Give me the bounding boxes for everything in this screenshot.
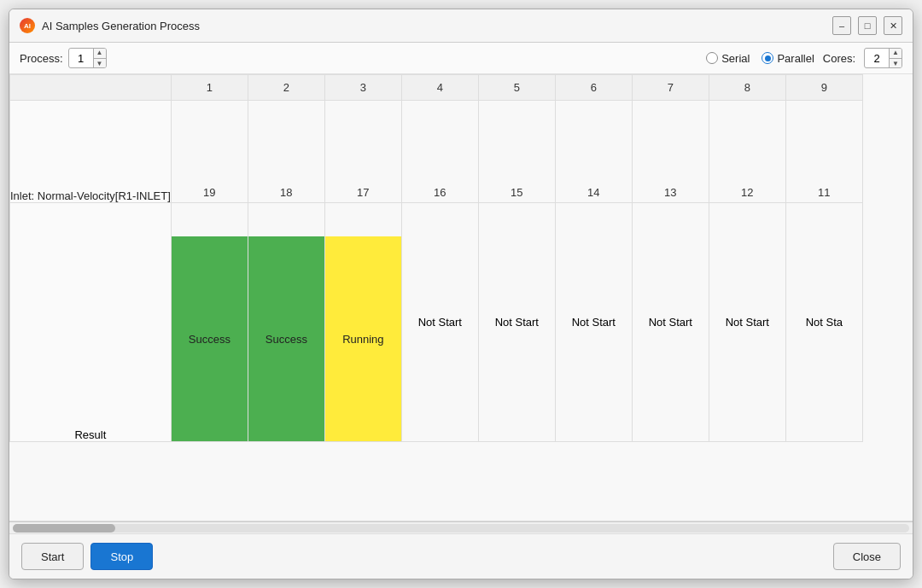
cores-spin-up[interactable]: ▲ (890, 48, 902, 59)
result-status-2: Success (266, 333, 307, 346)
result-bar-wrapper-2: Success (248, 203, 324, 441)
process-spin-down[interactable]: ▼ (94, 59, 106, 69)
scrollbar-thumb[interactable] (13, 524, 115, 533)
result-status-8: Not Start (726, 316, 769, 329)
stop-button[interactable]: Stop (90, 543, 153, 570)
cores-label: Cores: (823, 52, 855, 65)
inlet-cell-5: 15 (478, 101, 555, 203)
inlet-cell-7: 13 (632, 101, 709, 203)
col-header-2: 2 (248, 75, 324, 101)
horizontal-scrollbar[interactable] (9, 521, 913, 533)
parallel-radio-circle (762, 52, 773, 64)
result-row: Result Success (10, 203, 863, 442)
scrollbar-track[interactable] (13, 524, 909, 533)
result-cell-6: Not Start (555, 203, 632, 442)
inlet-cell-6: 14 (555, 101, 632, 203)
parallel-radio[interactable]: Parallel (762, 52, 814, 65)
window-title: AI Samples Generation Process (42, 20, 200, 32)
result-cell-3: Running (324, 203, 401, 442)
serial-label: Serial (721, 52, 750, 65)
col-header-9: 9 (785, 75, 862, 101)
result-status-7: Not Start (649, 316, 692, 329)
col-header-empty (10, 75, 172, 101)
result-cell-2: Success (248, 203, 324, 442)
inlet-cell-1: 19 (171, 101, 248, 203)
result-bar-3: Running (325, 236, 401, 441)
col-header-6: 6 (555, 75, 632, 101)
maximize-button[interactable]: □ (858, 16, 877, 35)
result-cell-8: Not Start (709, 203, 785, 442)
result-row-label: Result (10, 203, 172, 442)
result-status-5: Not Start (495, 316, 539, 329)
result-status-1: Success (189, 333, 230, 346)
app-icon: AI (20, 18, 35, 33)
inlet-row: Inlet: Normal-Velocity[R1-INLET] 19 18 1… (10, 101, 863, 203)
parallel-radio-dot (765, 55, 771, 61)
main-window: AI AI Samples Generation Process – □ ✕ P… (9, 9, 913, 579)
inlet-cell-9: 11 (785, 101, 862, 203)
footer: Start Stop Close (9, 533, 913, 579)
inlet-cell-8: 12 (709, 101, 785, 203)
process-spinbox[interactable]: ▲ ▼ (68, 48, 107, 68)
result-bar-2: Success (248, 236, 324, 441)
title-bar-left: AI AI Samples Generation Process (20, 18, 200, 33)
minimize-button[interactable]: – (832, 16, 851, 35)
serial-radio-circle (706, 52, 718, 64)
result-status-4: Not Start (418, 316, 462, 329)
start-button[interactable]: Start (21, 543, 84, 570)
cores-spinbox-arrows: ▲ ▼ (889, 48, 902, 68)
process-input[interactable] (69, 49, 93, 67)
footer-left: Start Stop (21, 543, 153, 570)
main-content: 1 2 3 4 5 6 7 8 9 Inlet: Normal-Velocity… (9, 74, 913, 521)
col-header-3: 3 (324, 75, 401, 101)
result-cell-1: Success (171, 203, 248, 442)
cores-spin-down[interactable]: ▼ (890, 59, 902, 69)
result-status-6: Not Start (572, 316, 616, 329)
col-header-8: 8 (709, 75, 785, 101)
col-header-1: 1 (171, 75, 248, 101)
process-label: Process: (20, 52, 63, 65)
toolbar-left: Process: ▲ ▼ (20, 48, 107, 68)
inlet-row-label: Inlet: Normal-Velocity[R1-INLET] (10, 101, 172, 203)
process-spinbox-arrows: ▲ ▼ (93, 48, 106, 68)
process-spin-up[interactable]: ▲ (94, 48, 106, 59)
result-status-3: Running (342, 333, 383, 346)
col-header-row: 1 2 3 4 5 6 7 8 9 (10, 75, 863, 101)
col-header-7: 7 (632, 75, 709, 101)
parallel-label: Parallel (777, 52, 814, 65)
result-bar-1: Success (172, 236, 248, 441)
serial-radio[interactable]: Serial (706, 52, 750, 65)
result-cell-9: Not Sta (785, 203, 862, 442)
result-cell-7: Not Start (632, 203, 709, 442)
mode-radio-group: Serial Parallel (706, 52, 814, 65)
cores-input[interactable] (865, 49, 889, 67)
result-bar-wrapper-3: Running (325, 203, 401, 441)
close-window-button[interactable]: ✕ (884, 16, 902, 35)
inlet-cell-4: 16 (401, 101, 478, 203)
col-header-5: 5 (478, 75, 555, 101)
toolbar: Process: ▲ ▼ Serial Parallel (9, 43, 913, 74)
inlet-cell-3: 17 (324, 101, 401, 203)
cores-spinbox[interactable]: ▲ ▼ (864, 48, 902, 68)
title-bar: AI AI Samples Generation Process – □ ✕ (9, 9, 913, 43)
close-button[interactable]: Close (833, 543, 901, 570)
result-cell-5: Not Start (478, 203, 555, 442)
table-scroll[interactable]: 1 2 3 4 5 6 7 8 9 Inlet: Normal-Velocity… (9, 74, 913, 521)
window-controls: – □ ✕ (832, 16, 902, 35)
result-bar-wrapper-1: Success (172, 203, 248, 441)
grid-table: 1 2 3 4 5 6 7 8 9 Inlet: Normal-Velocity… (9, 74, 863, 442)
inlet-cell-2: 18 (248, 101, 324, 203)
toolbar-right: Serial Parallel Cores: ▲ ▼ (706, 48, 902, 68)
col-header-4: 4 (401, 75, 478, 101)
result-cell-4: Not Start (401, 203, 478, 442)
result-status-9: Not Sta (806, 316, 843, 329)
